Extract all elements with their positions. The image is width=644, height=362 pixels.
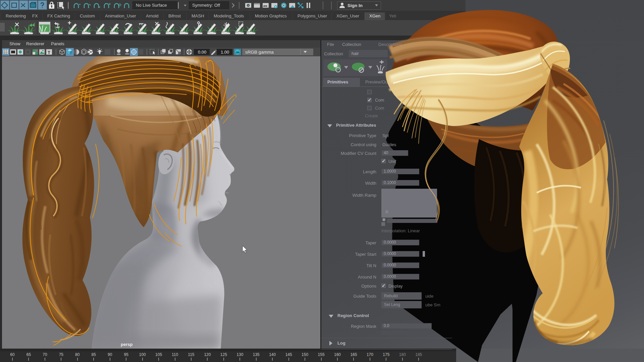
svg-text:IPR: IPR bbox=[263, 5, 267, 7]
svg-text:0.00: 0.00 bbox=[198, 50, 206, 55]
svg-text:T: T bbox=[48, 50, 50, 55]
svg-text:sRGB gamma: sRGB gamma bbox=[245, 50, 274, 55]
svg-text:1.00: 1.00 bbox=[221, 50, 229, 55]
svg-text:ON: ON bbox=[236, 51, 239, 54]
svg-text:persp: persp bbox=[121, 342, 132, 347]
